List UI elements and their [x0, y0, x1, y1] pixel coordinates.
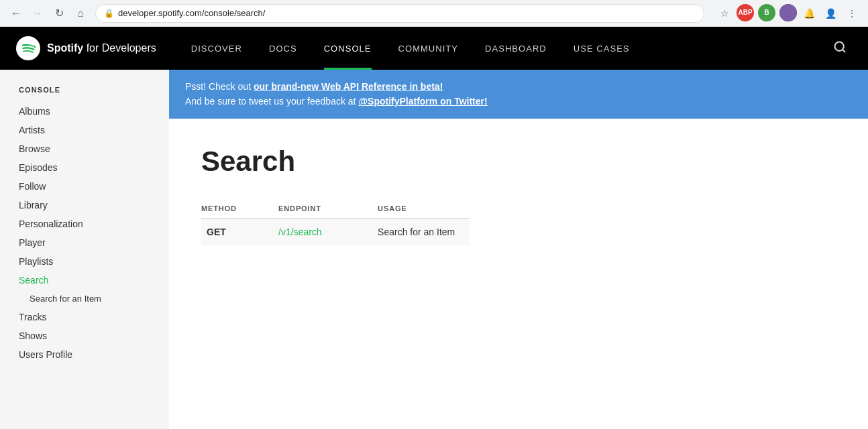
page-layout: CONSOLE Albums Artists Browse Episodes F… — [0, 70, 868, 429]
logo-text: Spotify for Developers — [47, 42, 156, 54]
banner: Psst! Check out our brand-new Web API Re… — [169, 70, 868, 119]
svg-line-3 — [843, 49, 845, 52]
nav-use-cases[interactable]: USE CASES — [560, 27, 643, 70]
banner-link-2[interactable]: @SpotifyPlatform on Twitter! — [358, 96, 487, 107]
browser-chrome: ← → ↻ ⌂ 🔒 developer.spotify.com/console/… — [0, 0, 868, 27]
nav-console[interactable]: CONSOLE — [311, 27, 385, 70]
lock-icon: 🔒 — [104, 9, 114, 18]
home-button[interactable]: ⌂ — [71, 4, 90, 23]
navbar-logo[interactable]: Spotify for Developers — [16, 36, 156, 60]
sidebar-item-search-for-item[interactable]: Search for an Item — [0, 290, 169, 308]
sidebar-item-personalization[interactable]: Personalization — [0, 214, 169, 233]
sidebar-section-title: CONSOLE — [0, 86, 169, 94]
search-icon[interactable] — [828, 35, 852, 62]
url-text: developer.spotify.com/console/search/ — [118, 8, 265, 18]
browser-nav-buttons: ← → ↻ ⌂ — [7, 4, 90, 23]
nav-community[interactable]: COMMUNITY — [385, 27, 472, 70]
table-row: GET /v1/search Search for an Item — [201, 218, 470, 245]
sidebar-item-users-profile[interactable]: Users Profile — [0, 345, 169, 364]
extension-circle[interactable] — [779, 4, 797, 21]
api-table: METHOD ENDPOINT USAGE GET /v1/search Sea… — [201, 199, 470, 245]
row-method: GET — [201, 218, 278, 245]
navbar: Spotify for Developers DISCOVER DOCS CON… — [0, 27, 868, 70]
menu-button[interactable]: ⋮ — [843, 4, 861, 23]
user-avatar[interactable]: 👤 — [821, 4, 840, 23]
extension-b[interactable]: B — [758, 4, 775, 21]
extension-bell[interactable]: 🔔 — [800, 4, 818, 23]
address-bar[interactable]: 🔒 developer.spotify.com/console/search/ — [95, 4, 704, 23]
row-endpoint: /v1/search — [278, 218, 378, 245]
col-usage: USAGE — [378, 199, 470, 219]
svg-point-0 — [779, 4, 797, 21]
col-endpoint: ENDPOINT — [278, 199, 378, 219]
sidebar-item-follow[interactable]: Follow — [0, 177, 169, 196]
sidebar-item-episodes[interactable]: Episodes — [0, 158, 169, 177]
sidebar-item-library[interactable]: Library — [0, 196, 169, 214]
nav-docs[interactable]: DOCS — [256, 27, 311, 70]
navbar-links: DISCOVER DOCS CONSOLE COMMUNITY DASHBOAR… — [178, 27, 828, 70]
banner-text-middle: And be sure to tweet us your feedback at — [185, 96, 358, 107]
nav-discover[interactable]: DISCOVER — [178, 27, 256, 70]
sidebar-item-albums[interactable]: Albums — [0, 102, 169, 121]
right-panel: Psst! Check out our brand-new Web API Re… — [169, 70, 868, 429]
sidebar-item-tracks[interactable]: Tracks — [0, 308, 169, 326]
reload-button[interactable]: ↻ — [50, 4, 68, 23]
sidebar-item-player[interactable]: Player — [0, 233, 169, 252]
sidebar: CONSOLE Albums Artists Browse Episodes F… — [0, 70, 169, 429]
spotify-icon — [16, 36, 40, 60]
main-content: Search METHOD ENDPOINT USAGE GET /v1/sea… — [169, 119, 868, 429]
nav-dashboard[interactable]: DASHBOARD — [472, 27, 560, 70]
row-usage: Search for an Item — [378, 218, 470, 245]
sidebar-item-search[interactable]: Search — [0, 271, 169, 290]
col-method: METHOD — [201, 199, 278, 219]
extension-abp[interactable]: ABP — [737, 4, 754, 21]
sidebar-item-playlists[interactable]: Playlists — [0, 252, 169, 271]
banner-text-before: Psst! Check out — [185, 81, 254, 92]
banner-link-1[interactable]: our brand-new Web API Reference in beta! — [254, 81, 443, 92]
bookmark-button[interactable]: ☆ — [715, 4, 734, 23]
back-button[interactable]: ← — [7, 4, 25, 23]
endpoint-link[interactable]: /v1/search — [278, 227, 322, 237]
forward-button[interactable]: → — [28, 4, 47, 23]
sidebar-item-browse[interactable]: Browse — [0, 139, 169, 158]
page-title: Search — [201, 145, 836, 178]
sidebar-item-shows[interactable]: Shows — [0, 326, 169, 345]
sidebar-item-artists[interactable]: Artists — [0, 121, 169, 139]
browser-actions: ☆ ABP B 🔔 👤 ⋮ — [715, 4, 861, 23]
